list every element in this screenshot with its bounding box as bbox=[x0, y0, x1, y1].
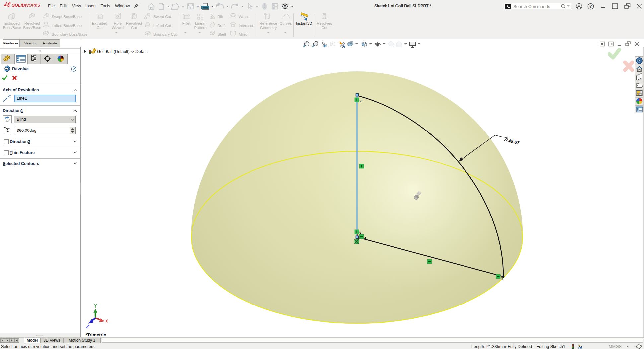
svg-text:2: 2 bbox=[359, 99, 361, 103]
svg-text:A1: A1 bbox=[7, 127, 11, 130]
svg-text:*Trimetric: *Trimetric bbox=[85, 332, 106, 337]
svg-text:SOLIDWORKS: SOLIDWORKS bbox=[12, 3, 40, 8]
svg-text:A: A bbox=[342, 44, 345, 49]
svg-text:?: ? bbox=[73, 67, 75, 71]
svg-text:42.67: 42.67 bbox=[508, 138, 520, 145]
svg-text:?: ? bbox=[589, 4, 592, 9]
svg-text:Golf Ball (Default) <<Defa...: Golf Ball (Default) <<Defa... bbox=[97, 49, 148, 54]
svg-text:4: 4 bbox=[364, 236, 366, 240]
svg-text:4: 4 bbox=[501, 276, 503, 280]
